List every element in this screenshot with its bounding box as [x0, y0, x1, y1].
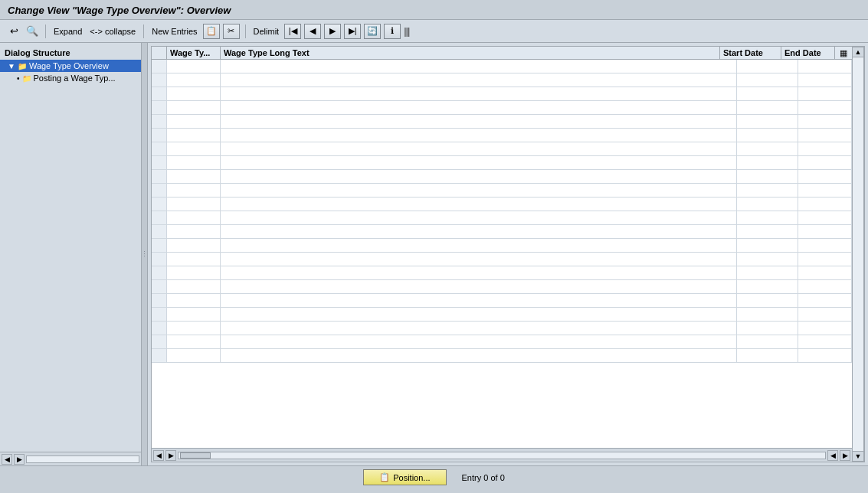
- table-row[interactable]: [152, 129, 852, 142]
- sidebar-item-posting-wage-type[interactable]: • 📁 Posting a Wage Typ...: [0, 72, 141, 84]
- first-icon-btn[interactable]: |◀: [284, 24, 301, 39]
- separator-1: [45, 24, 46, 38]
- sidebar-wrapper: Dialog Structure ▼ 📁 Wage Type Overview …: [0, 43, 142, 465]
- scroll-track[interactable]: [852, 57, 864, 451]
- row-selector[interactable]: [152, 101, 167, 114]
- sidebar-scroll-right[interactable]: ▶: [14, 454, 25, 465]
- table-row[interactable]: [152, 198, 852, 211]
- row-selector[interactable]: [152, 170, 167, 183]
- cell-end-date: [798, 101, 852, 114]
- table-row[interactable]: [152, 115, 852, 129]
- separator-3: [245, 24, 246, 38]
- table-row[interactable]: [152, 142, 852, 156]
- table-row[interactable]: [152, 294, 852, 308]
- row-selector[interactable]: [152, 60, 167, 73]
- row-selector[interactable]: [152, 308, 167, 321]
- info-icon-btn[interactable]: ℹ: [384, 24, 401, 39]
- col-header-end-date[interactable]: End Date: [781, 47, 835, 59]
- table-row[interactable]: [152, 335, 852, 349]
- undo-icon[interactable]: ↩: [6, 24, 21, 39]
- row-selector[interactable]: [152, 142, 167, 155]
- scroll-right-end-btn[interactable]: ◀: [827, 450, 838, 461]
- sidebar-title: Dialog Structure: [0, 46, 141, 60]
- table-row[interactable]: [152, 60, 852, 73]
- row-selector[interactable]: [152, 294, 167, 307]
- expand-collapse-button[interactable]: <-> collapse: [87, 26, 138, 37]
- scroll-thumb-handle[interactable]: [180, 452, 211, 459]
- table-row[interactable]: [152, 225, 852, 239]
- cell-start-date: [737, 73, 798, 87]
- row-selector[interactable]: [152, 322, 167, 335]
- table-row[interactable]: [152, 87, 852, 101]
- cell-start-date: [737, 266, 798, 279]
- row-selector[interactable]: [152, 211, 167, 224]
- row-selector[interactable]: [152, 129, 167, 142]
- col-header-start-date[interactable]: Start Date: [720, 47, 781, 59]
- row-selector[interactable]: [152, 266, 167, 279]
- row-selector[interactable]: [152, 115, 167, 128]
- cell-start-date: [737, 349, 798, 362]
- row-selector[interactable]: [152, 349, 167, 362]
- row-selector[interactable]: [152, 239, 167, 252]
- position-button[interactable]: 📋 Position...: [363, 469, 446, 485]
- row-selector[interactable]: [152, 225, 167, 238]
- scroll-up-btn[interactable]: ▲: [852, 47, 864, 57]
- scroll-down-btn[interactable]: ▼: [852, 451, 864, 462]
- table-row[interactable]: [152, 170, 852, 184]
- table-row[interactable]: [152, 280, 852, 294]
- table-row[interactable]: [152, 156, 852, 170]
- col-header-wage-type[interactable]: Wage Ty...: [167, 47, 221, 59]
- scroll-right-btn[interactable]: ▶: [165, 450, 176, 461]
- row-selector[interactable]: [152, 87, 167, 100]
- cell-end-date: [798, 142, 852, 155]
- sidebar-resizer[interactable]: ⋮: [142, 43, 148, 465]
- sidebar-item-posting-label: Posting a Wage Typ...: [34, 73, 116, 83]
- cell-wage-type: [167, 60, 221, 73]
- cell-end-date: [798, 280, 852, 293]
- scroll-thumb[interactable]: [178, 452, 826, 459]
- delete-icon-btn[interactable]: ✂: [223, 24, 240, 39]
- table-row[interactable]: [152, 239, 852, 253]
- delimit-button[interactable]: Delimit: [251, 26, 282, 37]
- row-selector[interactable]: [152, 253, 167, 266]
- scroll-right-end-btn2[interactable]: ▶: [840, 450, 850, 461]
- row-selector[interactable]: [152, 156, 167, 169]
- cell-long-text: [221, 266, 737, 279]
- col-header-long-text[interactable]: Wage Type Long Text: [221, 47, 720, 59]
- row-selector[interactable]: [152, 198, 167, 211]
- last-icon-btn[interactable]: ▶|: [344, 24, 361, 39]
- sidebar-scroll-thumb[interactable]: [26, 455, 139, 463]
- sidebar-item-wage-type-overview[interactable]: ▼ 📁 Wage Type Overview: [0, 60, 141, 72]
- table-row[interactable]: [152, 253, 852, 266]
- new-entries-button[interactable]: New Entries: [149, 26, 199, 37]
- scroll-left-btn[interactable]: ◀: [153, 450, 164, 461]
- expand-button[interactable]: Expand: [51, 26, 84, 37]
- table-row[interactable]: [152, 308, 852, 322]
- row-selector[interactable]: [152, 73, 167, 87]
- table-row[interactable]: [152, 266, 852, 280]
- prev-icon-btn[interactable]: ◀: [304, 24, 321, 39]
- table-row[interactable]: [152, 101, 852, 115]
- cell-start-date: [737, 308, 798, 321]
- row-selector[interactable]: [152, 184, 167, 197]
- resizer-dots: ⋮: [141, 250, 148, 258]
- next-icon-btn[interactable]: ▶: [324, 24, 341, 39]
- refresh-icon-btn[interactable]: 🔄: [364, 24, 381, 39]
- cell-long-text: [221, 253, 737, 266]
- position-label: Position...: [393, 473, 430, 482]
- cell-end-date: [798, 211, 852, 224]
- row-selector[interactable]: [152, 280, 167, 293]
- cell-long-text: [221, 60, 737, 73]
- table-row[interactable]: [152, 73, 852, 87]
- sidebar-scroll-left[interactable]: ◀: [2, 454, 12, 465]
- table-row[interactable]: [152, 211, 852, 225]
- cell-end-date: [798, 87, 852, 100]
- table-row[interactable]: [152, 184, 852, 198]
- table-row[interactable]: [152, 349, 852, 363]
- copy-icon-btn[interactable]: 📋: [203, 24, 220, 39]
- row-selector[interactable]: [152, 335, 167, 348]
- col-header-settings-icon[interactable]: ▦: [835, 47, 852, 59]
- find-icon[interactable]: 🔍: [25, 24, 40, 39]
- cell-end-date: [798, 239, 852, 252]
- table-row[interactable]: [152, 322, 852, 335]
